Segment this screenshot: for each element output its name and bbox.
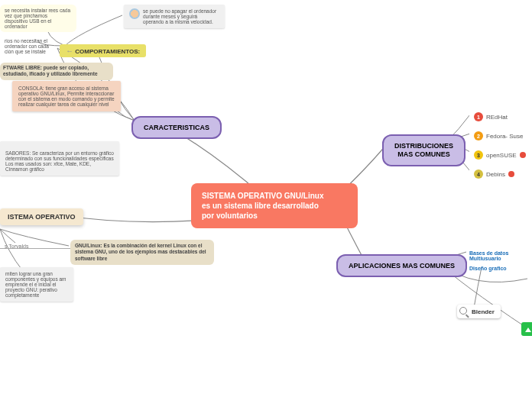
dist-item-redhat[interactable]: 1 REdHat — [469, 109, 512, 124]
dist-item-fedora[interactable]: 2 Fedora- Suse — [469, 128, 527, 144]
dist-item-opensuse[interactable]: 3 openSUSE — [469, 147, 530, 163]
caracteristicas-node[interactable]: CARACTERISTICAS — [131, 116, 222, 139]
center-line3: por voluntarios — [202, 211, 347, 221]
comp-text-2: se necesita instalar rees cada vez que p… — [5, 8, 70, 29]
red-dot-icon — [520, 152, 526, 158]
dist-label-opensuse: openSUSE — [486, 152, 517, 159]
gnulinux-text: GNU/Linux: Es la combinación del kernel … — [75, 243, 206, 261]
dist-label-debins: Debins — [486, 171, 505, 178]
so-extra-node[interactable]: miten lograr una gran componentes y equi… — [0, 267, 73, 302]
app-diseno-text: Diseño grafico — [469, 266, 507, 271]
center-line2: es un sistema libre desarrollado — [202, 201, 347, 211]
gnulinux-def-node[interactable]: GNU/Linux: Es la combinación del kernel … — [70, 240, 214, 265]
sabores-node[interactable]: SABORES: Se caracteriza por un entorno g… — [0, 141, 119, 176]
aplicaciones-label: APLICACIONES MAS COMUNES — [349, 262, 455, 270]
blender-label: Blender — [472, 308, 495, 315]
center-line1: SISTEMA OPERATIVO GNU/Linux — [202, 191, 347, 201]
badge-2: 2 — [474, 131, 483, 140]
center-node[interactable]: SISTEMA OPERATIVO GNU/Linux es un sistem… — [191, 183, 358, 228]
comp-text-3: rios no necesitan el ordenador con cada … — [5, 38, 49, 54]
badge-1: 1 — [474, 112, 483, 121]
dist-label-1: DISTRIBUCIONES — [394, 142, 453, 150]
dist-label-redhat: REdHat — [486, 114, 508, 121]
comportamientos-node[interactable]: ← COMPORTAMIENTOS: — [60, 44, 146, 57]
green-box-icon — [521, 322, 532, 336]
red-dot-icon-2 — [508, 171, 514, 177]
torvalds-node[interactable]: s Torvalds — [0, 240, 33, 252]
so-extra-text: miten lograr una gran componentes y equi… — [5, 271, 66, 298]
green-app-node[interactable] — [521, 322, 532, 336]
app-item-diseno[interactable]: Diseño grafico — [465, 263, 511, 274]
comportamientos-label: COMPORTAMIENTOS: — [75, 48, 140, 55]
software-libre-node[interactable]: FTWARE LIBRE: puede ser copiado, estudia… — [0, 63, 113, 80]
magnifier-icon — [459, 307, 469, 316]
badge-3: 3 — [474, 150, 483, 160]
distribuciones-node[interactable]: DISTRIBUCIONES MAS COMUNES — [382, 134, 466, 166]
comp-text-1: se puede no apagar el ordenador durante … — [143, 8, 219, 24]
comportamiento-bubble-1[interactable]: se puede no apagar el ordenador durante … — [124, 5, 225, 28]
softlibre-text: FTWARE LIBRE: puede ser copiado, estudia… — [3, 65, 98, 76]
dist-label-2: MAS COMUNES — [394, 150, 453, 159]
badge-4: 4 — [474, 169, 483, 179]
blender-node[interactable]: Blender — [457, 305, 501, 318]
dist-item-debins[interactable]: 4 Debins — [469, 166, 519, 182]
avatar-icon — [129, 8, 140, 19]
sistema-operativo-node[interactable]: ISTEMA OPERATIVO — [0, 208, 83, 225]
dist-label-fedora: Fedora- Suse — [486, 133, 523, 140]
arrow-left-icon: ← — [66, 47, 73, 55]
consola-node[interactable]: CONSOLA: tiene gran acceso al sistema op… — [12, 81, 121, 111]
comportamiento-bubble-3[interactable]: rios no necesitan el ordenador con cada … — [0, 35, 61, 57]
sabores-text: SABORES: Se caracteriza por un entorno g… — [5, 150, 114, 172]
aplicaciones-node[interactable]: APLICACIONES MAS COMUNES — [336, 254, 467, 277]
comportamiento-bubble-2[interactable]: se necesita instalar rees cada vez que p… — [0, 5, 76, 32]
consola-text: CONSOLA: tiene gran acceso al sistema op… — [18, 86, 115, 107]
app-db-text: Bases de datos Multiusuario — [469, 250, 508, 261]
app-item-db[interactable]: Bases de datos Multiusuario — [465, 247, 532, 264]
so-label: ISTEMA OPERATIVO — [8, 213, 76, 221]
caracteristicas-label: CARACTERISTICAS — [144, 124, 209, 131]
